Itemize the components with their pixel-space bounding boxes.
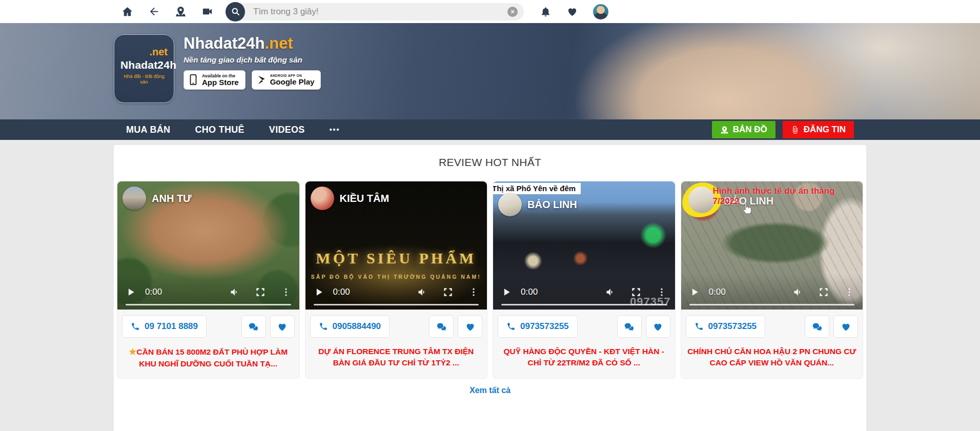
phone-button[interactable]: 09 7101 8889 [122, 315, 207, 338]
like-button[interactable] [458, 315, 482, 338]
play-triangle-icon [256, 74, 267, 86]
video-progress-bar[interactable] [314, 304, 479, 305]
video-menu-icon[interactable] [844, 287, 854, 297]
googleplay-badge[interactable]: ANDROID APP ON Google Play [252, 70, 321, 90]
video-time: 0:00 [709, 287, 726, 297]
phone-number: 0905884490 [333, 321, 381, 332]
video-time: 0:00 [521, 287, 538, 297]
hand-cursor-icon [742, 202, 753, 215]
map-button[interactable]: BẢN ĐỒ [712, 121, 775, 138]
play-icon[interactable] [126, 287, 136, 297]
nav-item-more[interactable]: ••• [317, 126, 353, 134]
author-avatar[interactable] [122, 187, 146, 210]
user-avatar[interactable] [593, 4, 608, 19]
video-progress-bar[interactable] [126, 304, 291, 305]
like-button[interactable] [833, 315, 858, 338]
favorites-heart-icon[interactable] [559, 0, 585, 23]
phone-button[interactable]: 0905884490 [310, 315, 390, 338]
fullscreen-icon[interactable] [443, 287, 453, 297]
phone-icon [131, 322, 140, 331]
phone-button[interactable]: 0973573255 [686, 315, 766, 338]
video-camera-icon[interactable] [194, 0, 220, 23]
nav-item-videos[interactable]: VIDEOS [257, 125, 317, 135]
phone-button[interactable]: 0973573255 [498, 315, 578, 338]
video-overlay-title: MỘT SIÊU PHẨM [305, 250, 487, 267]
chat-icon [812, 321, 823, 332]
volume-icon[interactable] [605, 287, 616, 297]
fullscreen-icon[interactable] [819, 287, 829, 297]
video-card-1: ANH TƯ 0:00 09 7101 8889 [117, 181, 300, 379]
video-player-4[interactable]: BẢO LINH Hình ảnh thực tế dự án tháng 7/… [681, 181, 863, 310]
chat-button[interactable] [617, 315, 642, 338]
heart-icon [652, 321, 663, 332]
phone-icon [695, 322, 704, 331]
volume-icon[interactable] [417, 287, 427, 297]
video-player-3[interactable]: Thị xã Phổ Yên về đêm BẢO LINH 097357 0:… [493, 181, 675, 310]
play-icon[interactable] [501, 287, 512, 297]
chat-button[interactable] [241, 315, 266, 338]
nav-item-cho-thue[interactable]: CHO THUÊ [182, 125, 256, 135]
fullscreen-icon[interactable] [255, 287, 266, 297]
heart-icon [841, 321, 851, 332]
view-all-link[interactable]: Xem tất cả [117, 386, 863, 395]
video-player-1[interactable]: ANH TƯ 0:00 [117, 181, 299, 310]
video-time: 0:00 [145, 287, 162, 297]
search-bar: × [227, 3, 524, 20]
volume-icon[interactable] [230, 287, 240, 297]
logo-tld: .net [120, 46, 168, 58]
play-icon[interactable] [314, 287, 324, 297]
brand-title: Nhadat24h.net [183, 34, 321, 53]
chat-icon [248, 321, 259, 332]
listing-title[interactable]: QUỸ HÀNG ĐỘC QUYỀN - KĐT VIỆT HÀN - CHỈ … [493, 342, 675, 377]
like-button[interactable] [270, 315, 295, 338]
listing-title-text: QUỸ HÀNG ĐỘC QUYỀN - KĐT VIỆT HÀN - CHỈ … [504, 347, 664, 367]
author-name: ANH TƯ [152, 193, 192, 204]
post-button-label: ĐĂNG TIN [804, 125, 846, 135]
post-listing-button[interactable]: ĐĂNG TIN [783, 121, 854, 138]
phone-number: 0973573255 [520, 321, 569, 332]
fullscreen-icon[interactable] [631, 287, 641, 297]
chat-icon [436, 321, 447, 332]
chat-button[interactable] [805, 315, 829, 338]
video-progress-bar[interactable] [501, 304, 667, 305]
like-button[interactable] [646, 315, 670, 338]
map-button-label: BẢN ĐỒ [733, 125, 767, 135]
volume-icon[interactable] [793, 287, 803, 297]
video-card-3: Thị xã Phổ Yên về đêm BẢO LINH 097357 0:… [493, 181, 676, 379]
listing-title[interactable]: ★CẦN BÁN 15 800M2 ĐẤT PHÙ HỢP LÀM KHU NG… [117, 342, 299, 378]
video-menu-icon[interactable] [468, 287, 479, 297]
home-icon[interactable] [114, 0, 140, 23]
top-bar: × [0, 0, 980, 23]
author-avatar[interactable] [311, 187, 334, 210]
author-avatar[interactable] [498, 193, 522, 216]
map-icon[interactable] [167, 0, 194, 23]
video-player-2[interactable]: KIỀU TÂM MỘT SIÊU PHẨM SẮP ĐỔ BỘ VÀO THỊ… [305, 181, 487, 310]
search-icon[interactable] [226, 2, 245, 22]
site-logo[interactable]: .net Nhadat24h Nhà đất - Bất động sản [114, 34, 174, 103]
chat-button[interactable] [429, 315, 454, 338]
iphone-icon [188, 74, 198, 86]
logo-name: Nhadat24h [120, 59, 168, 71]
search-input[interactable] [227, 3, 524, 20]
search-clear-icon[interactable]: × [507, 7, 518, 17]
appstore-badge[interactable]: Available on the App Store [183, 70, 246, 90]
listing-title[interactable]: DỰ ÁN FLORENCE TRUNG TÂM TX ĐIỆN BÀN GIÁ… [305, 342, 487, 377]
video-overlay-subtitle: SẮP ĐỔ BỘ VÀO THỊ TRƯỜNG QUẢNG NAM! [305, 274, 487, 280]
phone-number: 09 7101 8889 [145, 321, 198, 332]
listing-title-text: DỰ ÁN FLORENCE TRUNG TÂM TX ĐIỆN BÀN GIÁ… [318, 347, 474, 367]
video-menu-icon[interactable] [657, 287, 667, 297]
video-card-4: BẢO LINH Hình ảnh thực tế dự án tháng 7/… [681, 181, 864, 379]
listing-title-text: CHÍNH CHỦ CĂN HOA HẬU 2 PN CHUNG CƯ CAO … [687, 347, 856, 367]
map-pin-icon [720, 126, 729, 134]
brand-tld: .net [264, 34, 293, 52]
notifications-bell-icon[interactable] [532, 0, 559, 23]
video-menu-icon[interactable] [281, 287, 291, 297]
brand-name: Nhadat24h [183, 34, 264, 52]
play-icon[interactable] [689, 287, 700, 297]
nav-item-mua-ban[interactable]: MUA BÁN [114, 125, 182, 135]
video-progress-bar[interactable] [689, 304, 855, 305]
chat-icon [624, 321, 635, 332]
listing-title[interactable]: CHÍNH CHỦ CĂN HOA HẬU 2 PN CHUNG CƯ CAO … [681, 342, 863, 377]
logo-subtitle: Nhà đất - Bất động sản [120, 73, 168, 85]
back-icon[interactable] [140, 0, 167, 23]
